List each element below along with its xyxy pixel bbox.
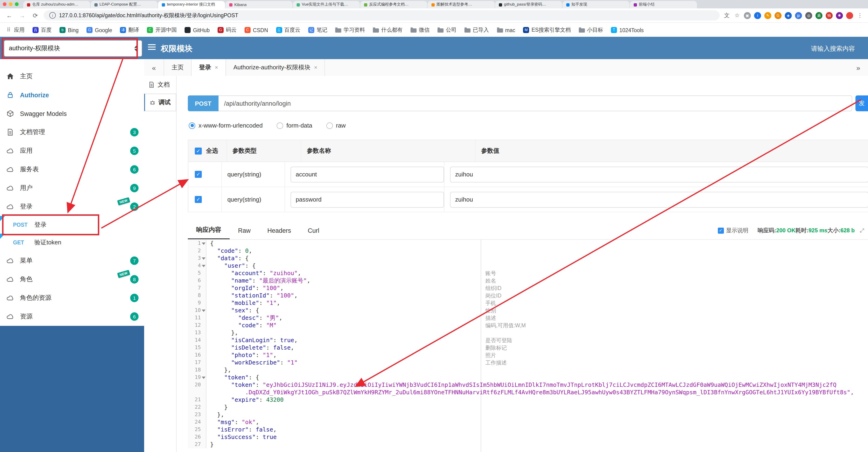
bookmark-tools-1024[interactable]: T1024Tools	[611, 27, 644, 33]
browser-tab[interactable]: 前端小结	[630, 1, 697, 8]
bookmark-wechat[interactable]: 微信	[410, 27, 430, 33]
sidebar-item-login[interactable]: 登录NEW2	[0, 197, 144, 216]
bookmark-baidu-cloud[interactable]: 云百度云	[276, 27, 300, 33]
browser-tab[interactable]: temporary-interior 接口文档	[158, 1, 225, 8]
sidebar-item-authorize[interactable]: Authorize	[0, 86, 144, 104]
param-checkbox[interactable]: ✓	[195, 171, 202, 178]
sidebar-item-menu[interactable]: 菜单7	[0, 251, 144, 270]
extension-icon-5[interactable]: ◈	[785, 12, 792, 19]
browser-tab[interactable]: github_pass/登录密码…	[495, 1, 562, 8]
reload-icon[interactable]: ⟳	[31, 11, 40, 20]
fold-icon[interactable]	[202, 257, 206, 260]
sidebar-item-op-token-get[interactable]: GET验证token	[0, 234, 144, 251]
header-search-input[interactable]: 请输入搜索内容	[811, 45, 855, 53]
content-type-raw[interactable]: raw	[326, 122, 346, 129]
address-bar[interactable]: i 127.0.0.1:8760/api/gate/doc.html#/auth…	[44, 10, 720, 21]
extension-icon-8[interactable]: 盾	[815, 12, 823, 19]
nav-doc[interactable]: 文档	[144, 76, 176, 93]
param-name-input[interactable]: account	[290, 166, 444, 182]
sidebar-item-role-resource[interactable]: 角色的资源1	[0, 289, 144, 307]
bookmark-oschina[interactable]: C开源中国	[147, 27, 177, 33]
nav-debug[interactable]: 调试	[144, 93, 176, 111]
browser-tab[interactable]: LDAP-Compose 配置…	[91, 1, 158, 8]
extension-icon-9[interactable]: 独	[826, 12, 833, 19]
bookmark-apps[interactable]: ⠿应用	[6, 27, 25, 33]
window-control-zoom[interactable]	[15, 2, 19, 6]
collapse-left-icon[interactable]: «	[144, 59, 164, 76]
bookmark-baidu[interactable]: 百百度	[33, 27, 52, 33]
doc-tab-主页[interactable]: 主页	[164, 59, 191, 76]
browser-tab[interactable]: 知乎发现	[563, 1, 629, 8]
bookmark-note[interactable]: 记笔记	[308, 27, 327, 33]
select-all-checkbox[interactable]: ✓	[195, 147, 202, 154]
sidebar-item-app[interactable]: 应用5	[0, 142, 144, 160]
bookmark-mac[interactable]: mac	[497, 27, 515, 33]
bookmark-misc[interactable]: 什么都有	[373, 27, 403, 33]
param-value-input[interactable]: zuihou	[450, 192, 868, 207]
browser-tab[interactable]: Kibana	[225, 1, 292, 8]
translate-icon[interactable]: 文	[723, 12, 731, 19]
param-name-input[interactable]: password	[290, 192, 444, 207]
content-type-x-www-form-urlencoded[interactable]: x-www-form-urlencoded	[189, 122, 263, 129]
avatar-icon[interactable]	[846, 12, 853, 19]
sidebar-item-swagger-models[interactable]: Swagger Models	[0, 104, 144, 123]
forward-icon[interactable]: →	[18, 11, 27, 20]
sidebar-item-role[interactable]: 角色NEW8	[0, 270, 144, 289]
sidebar-item-doc-manage[interactable]: 文档管理3	[0, 123, 144, 142]
bookmark-es-doc[interactable]: MES搜索引擎文档	[523, 27, 571, 33]
response-tab-响应内容[interactable]: 响应内容	[188, 222, 230, 239]
fold-icon[interactable]	[202, 376, 206, 379]
bookmark-google[interactable]: GGoogle	[87, 27, 112, 33]
sidebar-item-service[interactable]: 服务表6	[0, 160, 144, 179]
response-tab-Raw[interactable]: Raw	[230, 222, 259, 239]
browser-tab[interactable]: 仓库 zuihou/zuihou-adm…	[23, 1, 90, 8]
extension-icon-7[interactable]: ◎	[805, 12, 812, 19]
fold-icon[interactable]	[202, 265, 206, 267]
menu-toggle-icon[interactable]	[148, 44, 156, 51]
module-select[interactable]: authority-权限模块	[4, 40, 142, 57]
radio-icon[interactable]	[189, 122, 195, 129]
bookmark-star-icon[interactable]: ☆	[734, 12, 741, 19]
extension-icon-6[interactable]: jp	[795, 12, 802, 19]
response-tab-Curl[interactable]: Curl	[300, 222, 328, 239]
send-button[interactable]: 发	[856, 95, 868, 111]
bookmark-bing[interactable]: bBing	[60, 27, 79, 33]
response-tab-Headers[interactable]: Headers	[259, 222, 300, 239]
doc-tab-Authorize-authority-权限模块[interactable]: Authorize-authority-权限模块×	[226, 59, 325, 76]
extension-icon-2[interactable]: i	[754, 12, 761, 19]
request-url-input[interactable]: /api/authority/anno/login	[218, 95, 852, 111]
bookmark-study[interactable]: 学习资料	[335, 27, 365, 33]
bookmark-company[interactable]: 公司	[437, 27, 457, 33]
content-type-form-data[interactable]: form-data	[277, 122, 312, 129]
bookmark-github[interactable]: GitHub	[185, 27, 210, 33]
browser-menu-icon[interactable]: ⋮	[857, 12, 863, 19]
bookmark-gitee[interactable]: G码云	[218, 27, 237, 33]
extension-icon-10[interactable]: ✱	[836, 12, 843, 19]
bookmark-goal[interactable]: 小目标	[579, 27, 603, 33]
window-control-minimize[interactable]	[9, 2, 12, 6]
fold-icon[interactable]	[202, 243, 206, 245]
back-icon[interactable]: ←	[5, 11, 14, 20]
fold-icon[interactable]	[202, 310, 206, 312]
radio-icon[interactable]	[277, 122, 283, 129]
browser-tab[interactable]: 图解技术选型参考…	[428, 1, 495, 8]
fullscreen-icon[interactable]: ⤢	[860, 227, 864, 234]
sidebar-item-op-login-post[interactable]: POST登录	[0, 216, 144, 234]
extension-icon-4[interactable]: G	[775, 12, 781, 19]
param-value-input[interactable]: zuihou	[450, 166, 868, 182]
collapse-right-icon[interactable]: »	[848, 59, 868, 76]
doc-tab-登录[interactable]: 登录×	[191, 59, 226, 76]
page-info-icon[interactable]: i	[49, 12, 56, 19]
sidebar-item-user[interactable]: 用户9	[0, 179, 144, 197]
sidebar-item-home[interactable]: 主页	[0, 67, 144, 86]
sidebar-item-resource[interactable]: 资源6	[0, 307, 144, 326]
window-control-close[interactable]	[3, 2, 6, 6]
bookmark-imported[interactable]: 已导入	[464, 27, 489, 33]
bookmark-translate[interactable]: 译翻译	[120, 27, 139, 33]
show-description-checkbox[interactable]: ✓	[718, 227, 724, 233]
browser-tab[interactable]: Vue实现文件上传与下载…	[293, 1, 360, 8]
close-tab-icon[interactable]: ×	[314, 64, 317, 71]
extension-icon-1[interactable]: ▣	[744, 12, 751, 19]
browser-tab[interactable]: 反应式编程参考文档…	[360, 1, 427, 8]
close-tab-icon[interactable]: ×	[215, 64, 218, 71]
